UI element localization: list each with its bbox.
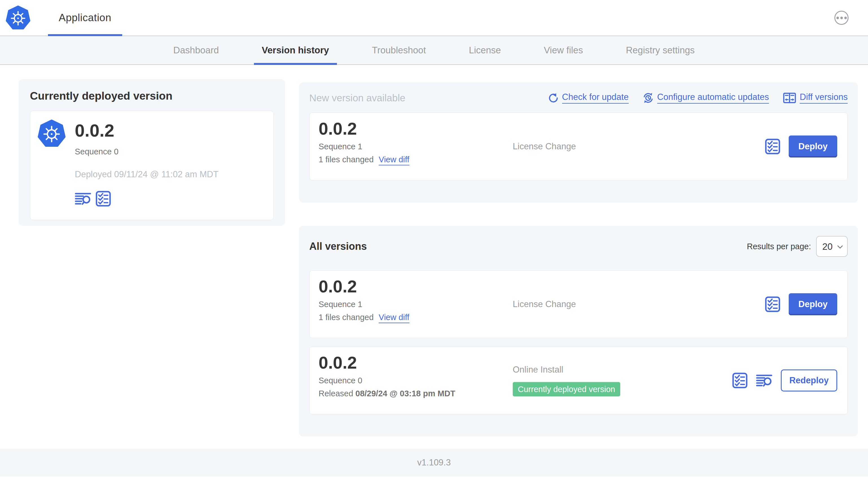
checklist-icon	[765, 139, 780, 154]
currently-deployed-card: 0.0.2 Sequence 0 Deployed 09/11/24 @ 11:…	[30, 111, 274, 220]
redeploy-button[interactable]: Redeploy	[781, 369, 837, 391]
app-header: Application	[0, 0, 868, 36]
app-subnav: Dashboard Version history Troubleshoot L…	[0, 36, 868, 65]
app-tab-active-underline	[48, 34, 122, 36]
version-row: 0.0.2 Sequence 1 1 files changed View di…	[309, 270, 848, 338]
version-sequence: Sequence 1	[318, 300, 409, 309]
diff-versions-link[interactable]: Diff versions	[783, 92, 848, 103]
kubernetes-logo-icon	[6, 5, 30, 30]
tab-view-files[interactable]: View files	[536, 36, 591, 64]
deploy-button[interactable]: Deploy	[789, 136, 837, 157]
all-versions-title: All versions	[309, 240, 367, 252]
deploy-button[interactable]: Deploy	[789, 293, 837, 315]
new-version-title: New version available	[309, 92, 405, 103]
preflight-checks-button[interactable]	[765, 139, 780, 154]
currently-deployed-panel: Currently deployed version 0.0.	[19, 79, 285, 226]
current-version-sequence: Sequence 0	[75, 147, 218, 156]
version-row: 0.0.2 Sequence 0 Released 08/29/24 @ 03:…	[309, 347, 848, 414]
current-version-number: 0.0.2	[75, 121, 218, 140]
version-sequence: Sequence 0	[318, 376, 455, 385]
released-label: Released	[318, 389, 353, 398]
checklist-icon	[96, 191, 111, 207]
currently-deployed-badge: Currently deployed version	[513, 382, 620, 396]
version-sequence: Sequence 1	[318, 142, 409, 151]
logs-icon	[756, 374, 772, 387]
configure-automatic-updates-link[interactable]: Configure automatic updates	[643, 92, 769, 103]
tab-license[interactable]: License	[461, 36, 509, 64]
results-per-page-select[interactable]: 20	[816, 236, 848, 257]
check-for-update-link[interactable]: Check for update	[548, 92, 629, 103]
view-logs-button[interactable]	[756, 374, 772, 387]
main-content: Currently deployed version 0.0.	[0, 65, 868, 449]
tab-registry-settings[interactable]: Registry settings	[618, 36, 703, 64]
tab-dashboard[interactable]: Dashboard	[165, 36, 226, 64]
new-version-row: 0.0.2 Sequence 1 1 files changed View di…	[309, 113, 848, 180]
more-options-icon	[836, 17, 839, 19]
version-number: 0.0.2	[318, 278, 409, 295]
version-source: Online Install	[513, 365, 563, 375]
preflight-checks-button[interactable]	[96, 191, 111, 207]
app-tab-application[interactable]: Application	[48, 0, 122, 35]
files-changed-label: 1 files changed	[318, 313, 374, 322]
version-source: License Change	[513, 141, 576, 152]
console-version: v1.109.3	[417, 457, 451, 468]
app-footer: v1.109.3	[0, 449, 868, 476]
currently-deployed-title: Currently deployed version	[30, 90, 274, 102]
current-version-deployed-date: Deployed 09/11/24 @ 11:02 am MDT	[75, 169, 218, 180]
files-changed-label: 1 files changed	[318, 155, 374, 164]
diff-icon	[783, 93, 796, 103]
logs-icon	[75, 192, 91, 205]
checklist-icon	[765, 296, 780, 312]
tab-version-history[interactable]: Version history	[254, 36, 337, 64]
tab-active-underline	[254, 63, 337, 65]
view-diff-link[interactable]: View diff	[379, 313, 409, 323]
new-version-panel: New version available Check for update	[299, 82, 858, 203]
results-per-page-label: Results per page:	[747, 242, 811, 251]
version-source: License Change	[513, 299, 576, 309]
refresh-icon	[548, 93, 558, 103]
view-logs-button[interactable]	[75, 192, 91, 205]
tab-troubleshoot[interactable]: Troubleshoot	[364, 36, 434, 64]
all-versions-panel: All versions Results per page: 20 0.0.2	[299, 226, 858, 436]
version-number: 0.0.2	[318, 354, 455, 371]
preflight-checks-button[interactable]	[765, 296, 780, 312]
preflight-checks-button[interactable]	[732, 372, 747, 388]
released-date: 08/29/24 @ 03:18 pm MDT	[355, 389, 456, 398]
view-diff-link[interactable]: View diff	[379, 155, 409, 166]
app-title: Application	[59, 12, 112, 24]
checklist-icon	[732, 372, 747, 388]
kubernetes-app-icon	[37, 119, 66, 148]
scheduled-update-icon	[643, 93, 654, 103]
version-number: 0.0.2	[318, 120, 409, 138]
more-options-button[interactable]	[834, 11, 848, 25]
